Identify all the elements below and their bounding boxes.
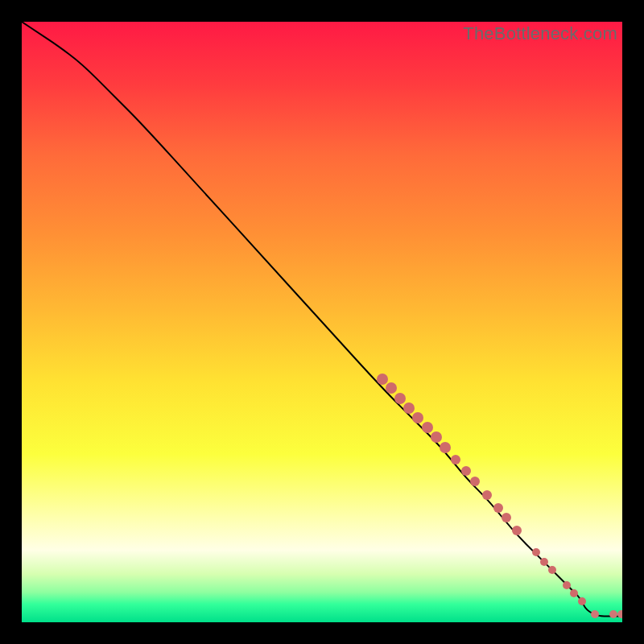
scatter-dot (412, 412, 423, 423)
main-curve (22, 22, 622, 617)
scatter-dot (394, 393, 406, 404)
plot-area: TheBottleneck.com (22, 22, 622, 622)
scatter-dot (570, 589, 578, 597)
scatter-dot (609, 610, 617, 618)
scatter-dot (540, 558, 548, 566)
scatter-dot (431, 431, 442, 443)
scatter-dot (548, 566, 556, 574)
scatter-dot (451, 455, 460, 464)
scatter-dot (403, 402, 415, 414)
scatter-dot (377, 374, 388, 385)
scatter-dot (422, 422, 433, 433)
chart-stage: TheBottleneck.com (0, 0, 644, 644)
scatter-dot (482, 490, 492, 500)
scatter-dot (512, 526, 522, 535)
scatter-dot (502, 513, 511, 522)
scatter-dot (440, 442, 451, 453)
curve-layer (22, 22, 622, 622)
scatter-dot (461, 466, 471, 476)
scatter-dot (493, 503, 503, 513)
scatter-dot (386, 382, 397, 394)
scatter-dot (591, 610, 599, 618)
scatter-dot (563, 581, 571, 589)
scatter-dot (470, 477, 480, 486)
scatter-dot (617, 610, 623, 618)
scatter-dot (578, 597, 586, 605)
scatter-dot (532, 548, 540, 556)
